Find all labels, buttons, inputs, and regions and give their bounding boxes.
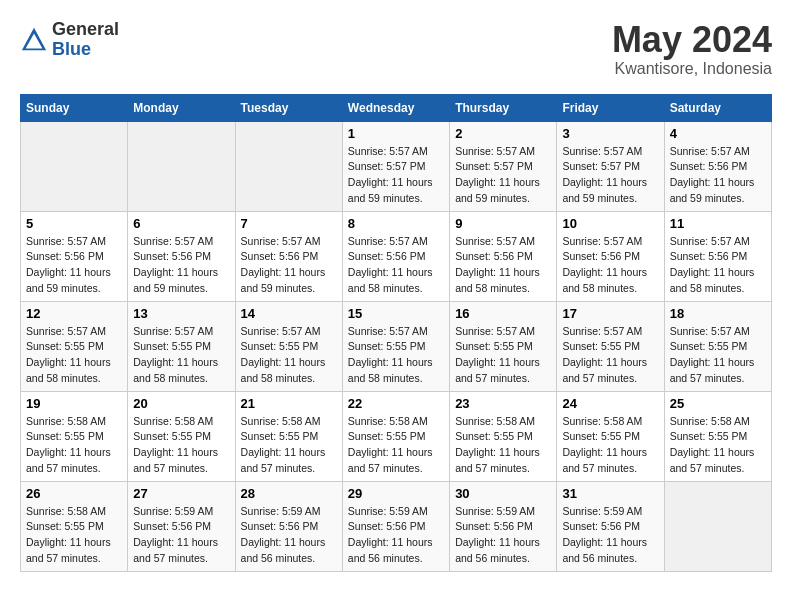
calendar-cell xyxy=(235,121,342,211)
day-info: Sunrise: 5:57 AM Sunset: 5:55 PM Dayligh… xyxy=(348,324,444,387)
calendar-cell: 31Sunrise: 5:59 AM Sunset: 5:56 PM Dayli… xyxy=(557,481,664,571)
day-number: 16 xyxy=(455,306,551,321)
day-info: Sunrise: 5:57 AM Sunset: 5:56 PM Dayligh… xyxy=(562,234,658,297)
day-number: 3 xyxy=(562,126,658,141)
day-info: Sunrise: 5:57 AM Sunset: 5:55 PM Dayligh… xyxy=(670,324,766,387)
calendar-cell: 26Sunrise: 5:58 AM Sunset: 5:55 PM Dayli… xyxy=(21,481,128,571)
day-number: 29 xyxy=(348,486,444,501)
day-number: 10 xyxy=(562,216,658,231)
calendar-week-row: 12Sunrise: 5:57 AM Sunset: 5:55 PM Dayli… xyxy=(21,301,772,391)
day-number: 12 xyxy=(26,306,122,321)
day-info: Sunrise: 5:57 AM Sunset: 5:55 PM Dayligh… xyxy=(241,324,337,387)
weekday-header-saturday: Saturday xyxy=(664,94,771,121)
calendar-cell: 11Sunrise: 5:57 AM Sunset: 5:56 PM Dayli… xyxy=(664,211,771,301)
day-info: Sunrise: 5:57 AM Sunset: 5:56 PM Dayligh… xyxy=(26,234,122,297)
day-info: Sunrise: 5:57 AM Sunset: 5:55 PM Dayligh… xyxy=(562,324,658,387)
day-info: Sunrise: 5:59 AM Sunset: 5:56 PM Dayligh… xyxy=(133,504,229,567)
day-number: 14 xyxy=(241,306,337,321)
day-info: Sunrise: 5:57 AM Sunset: 5:56 PM Dayligh… xyxy=(670,234,766,297)
day-info: Sunrise: 5:58 AM Sunset: 5:55 PM Dayligh… xyxy=(562,414,658,477)
day-info: Sunrise: 5:57 AM Sunset: 5:57 PM Dayligh… xyxy=(348,144,444,207)
day-info: Sunrise: 5:59 AM Sunset: 5:56 PM Dayligh… xyxy=(455,504,551,567)
calendar-cell: 16Sunrise: 5:57 AM Sunset: 5:55 PM Dayli… xyxy=(450,301,557,391)
day-number: 23 xyxy=(455,396,551,411)
weekday-header-monday: Monday xyxy=(128,94,235,121)
day-number: 27 xyxy=(133,486,229,501)
day-number: 4 xyxy=(670,126,766,141)
calendar-cell xyxy=(128,121,235,211)
day-info: Sunrise: 5:57 AM Sunset: 5:56 PM Dayligh… xyxy=(133,234,229,297)
day-number: 13 xyxy=(133,306,229,321)
calendar-cell: 9Sunrise: 5:57 AM Sunset: 5:56 PM Daylig… xyxy=(450,211,557,301)
weekday-header-wednesday: Wednesday xyxy=(342,94,449,121)
calendar-cell: 1Sunrise: 5:57 AM Sunset: 5:57 PM Daylig… xyxy=(342,121,449,211)
day-number: 6 xyxy=(133,216,229,231)
calendar-cell: 3Sunrise: 5:57 AM Sunset: 5:57 PM Daylig… xyxy=(557,121,664,211)
day-info: Sunrise: 5:57 AM Sunset: 5:56 PM Dayligh… xyxy=(670,144,766,207)
day-number: 18 xyxy=(670,306,766,321)
day-number: 28 xyxy=(241,486,337,501)
calendar-cell: 19Sunrise: 5:58 AM Sunset: 5:55 PM Dayli… xyxy=(21,391,128,481)
day-info: Sunrise: 5:57 AM Sunset: 5:55 PM Dayligh… xyxy=(133,324,229,387)
calendar-cell: 4Sunrise: 5:57 AM Sunset: 5:56 PM Daylig… xyxy=(664,121,771,211)
calendar-cell xyxy=(21,121,128,211)
calendar-cell: 28Sunrise: 5:59 AM Sunset: 5:56 PM Dayli… xyxy=(235,481,342,571)
page-header: General Blue May 2024 Kwantisore, Indone… xyxy=(20,20,772,78)
weekday-header-row: SundayMondayTuesdayWednesdayThursdayFrid… xyxy=(21,94,772,121)
day-info: Sunrise: 5:59 AM Sunset: 5:56 PM Dayligh… xyxy=(241,504,337,567)
calendar-cell: 7Sunrise: 5:57 AM Sunset: 5:56 PM Daylig… xyxy=(235,211,342,301)
calendar-week-row: 19Sunrise: 5:58 AM Sunset: 5:55 PM Dayli… xyxy=(21,391,772,481)
calendar-cell: 13Sunrise: 5:57 AM Sunset: 5:55 PM Dayli… xyxy=(128,301,235,391)
calendar-cell: 14Sunrise: 5:57 AM Sunset: 5:55 PM Dayli… xyxy=(235,301,342,391)
day-info: Sunrise: 5:57 AM Sunset: 5:57 PM Dayligh… xyxy=(562,144,658,207)
day-info: Sunrise: 5:58 AM Sunset: 5:55 PM Dayligh… xyxy=(455,414,551,477)
calendar-cell: 23Sunrise: 5:58 AM Sunset: 5:55 PM Dayli… xyxy=(450,391,557,481)
day-number: 30 xyxy=(455,486,551,501)
calendar-week-row: 5Sunrise: 5:57 AM Sunset: 5:56 PM Daylig… xyxy=(21,211,772,301)
calendar-cell: 18Sunrise: 5:57 AM Sunset: 5:55 PM Dayli… xyxy=(664,301,771,391)
day-info: Sunrise: 5:58 AM Sunset: 5:55 PM Dayligh… xyxy=(241,414,337,477)
calendar-cell: 29Sunrise: 5:59 AM Sunset: 5:56 PM Dayli… xyxy=(342,481,449,571)
day-info: Sunrise: 5:58 AM Sunset: 5:55 PM Dayligh… xyxy=(133,414,229,477)
day-info: Sunrise: 5:58 AM Sunset: 5:55 PM Dayligh… xyxy=(26,414,122,477)
calendar-cell: 5Sunrise: 5:57 AM Sunset: 5:56 PM Daylig… xyxy=(21,211,128,301)
weekday-header-sunday: Sunday xyxy=(21,94,128,121)
weekday-header-friday: Friday xyxy=(557,94,664,121)
calendar-cell xyxy=(664,481,771,571)
day-number: 17 xyxy=(562,306,658,321)
logo-general-text: General xyxy=(52,20,119,40)
calendar-cell: 10Sunrise: 5:57 AM Sunset: 5:56 PM Dayli… xyxy=(557,211,664,301)
calendar-week-row: 26Sunrise: 5:58 AM Sunset: 5:55 PM Dayli… xyxy=(21,481,772,571)
day-number: 20 xyxy=(133,396,229,411)
day-number: 2 xyxy=(455,126,551,141)
day-number: 24 xyxy=(562,396,658,411)
day-info: Sunrise: 5:57 AM Sunset: 5:55 PM Dayligh… xyxy=(455,324,551,387)
calendar-cell: 27Sunrise: 5:59 AM Sunset: 5:56 PM Dayli… xyxy=(128,481,235,571)
day-info: Sunrise: 5:58 AM Sunset: 5:55 PM Dayligh… xyxy=(26,504,122,567)
day-info: Sunrise: 5:57 AM Sunset: 5:57 PM Dayligh… xyxy=(455,144,551,207)
calendar-cell: 12Sunrise: 5:57 AM Sunset: 5:55 PM Dayli… xyxy=(21,301,128,391)
title-block: May 2024 Kwantisore, Indonesia xyxy=(612,20,772,78)
day-info: Sunrise: 5:59 AM Sunset: 5:56 PM Dayligh… xyxy=(348,504,444,567)
day-info: Sunrise: 5:57 AM Sunset: 5:56 PM Dayligh… xyxy=(241,234,337,297)
logo-icon xyxy=(20,26,48,54)
calendar-cell: 25Sunrise: 5:58 AM Sunset: 5:55 PM Dayli… xyxy=(664,391,771,481)
day-number: 9 xyxy=(455,216,551,231)
day-info: Sunrise: 5:58 AM Sunset: 5:55 PM Dayligh… xyxy=(670,414,766,477)
day-info: Sunrise: 5:57 AM Sunset: 5:56 PM Dayligh… xyxy=(455,234,551,297)
calendar-cell: 22Sunrise: 5:58 AM Sunset: 5:55 PM Dayli… xyxy=(342,391,449,481)
day-number: 5 xyxy=(26,216,122,231)
day-number: 11 xyxy=(670,216,766,231)
day-info: Sunrise: 5:59 AM Sunset: 5:56 PM Dayligh… xyxy=(562,504,658,567)
day-info: Sunrise: 5:57 AM Sunset: 5:55 PM Dayligh… xyxy=(26,324,122,387)
calendar-title: May 2024 xyxy=(612,20,772,60)
calendar-cell: 15Sunrise: 5:57 AM Sunset: 5:55 PM Dayli… xyxy=(342,301,449,391)
calendar-cell: 8Sunrise: 5:57 AM Sunset: 5:56 PM Daylig… xyxy=(342,211,449,301)
calendar-subtitle: Kwantisore, Indonesia xyxy=(612,60,772,78)
calendar-week-row: 1Sunrise: 5:57 AM Sunset: 5:57 PM Daylig… xyxy=(21,121,772,211)
calendar-table: SundayMondayTuesdayWednesdayThursdayFrid… xyxy=(20,94,772,572)
calendar-body: 1Sunrise: 5:57 AM Sunset: 5:57 PM Daylig… xyxy=(21,121,772,571)
day-number: 19 xyxy=(26,396,122,411)
day-number: 7 xyxy=(241,216,337,231)
weekday-header-thursday: Thursday xyxy=(450,94,557,121)
